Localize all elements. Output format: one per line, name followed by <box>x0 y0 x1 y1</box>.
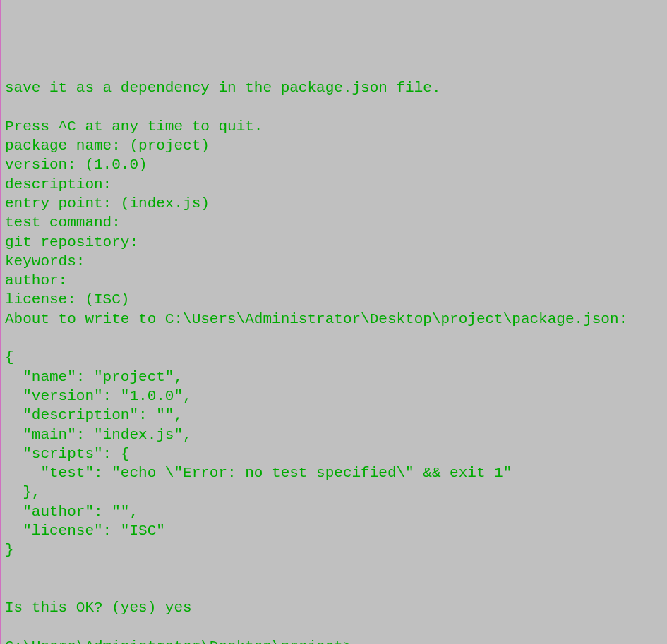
terminal-line: } <box>5 542 14 558</box>
terminal-line: "license": "ISC" <box>5 523 165 539</box>
terminal-line: package name: (project) <box>5 138 210 154</box>
prompt-line: C:\Users\Administrator\Desktop\project> <box>5 638 351 644</box>
terminal-line: license: (ISC) <box>5 291 129 308</box>
terminal-line: "author": "", <box>5 504 138 520</box>
terminal-line: Is this OK? (yes) yes <box>5 600 192 616</box>
terminal-line: description: <box>5 176 112 193</box>
terminal-line: Press ^C at any time to quit. <box>5 119 263 135</box>
terminal-line: git repository: <box>5 234 138 250</box>
terminal-line: About to write to C:\Users\Administrator… <box>5 311 627 327</box>
terminal-line: "main": "index.js", <box>5 427 192 443</box>
terminal-line: version: (1.0.0) <box>5 157 148 173</box>
terminal-line: "version": "1.0.0", <box>5 388 192 404</box>
terminal-line: "name": "project", <box>5 369 183 385</box>
terminal-line: save it as a dependency in the package.j… <box>5 80 441 96</box>
terminal-line: keywords: <box>5 253 85 269</box>
terminal-line: "description": "", <box>5 407 183 423</box>
terminal-output[interactable]: save it as a dependency in the package.j… <box>5 78 667 644</box>
terminal-line: author: <box>5 272 67 288</box>
terminal-line: entry point: (index.js) <box>5 195 210 212</box>
terminal-line: "scripts": { <box>5 446 129 462</box>
terminal-line: test command: <box>5 214 121 231</box>
terminal-line: }, <box>5 484 40 500</box>
terminal-line: "test": "echo \"Error: no test specified… <box>5 465 512 481</box>
terminal-line: { <box>5 349 14 365</box>
